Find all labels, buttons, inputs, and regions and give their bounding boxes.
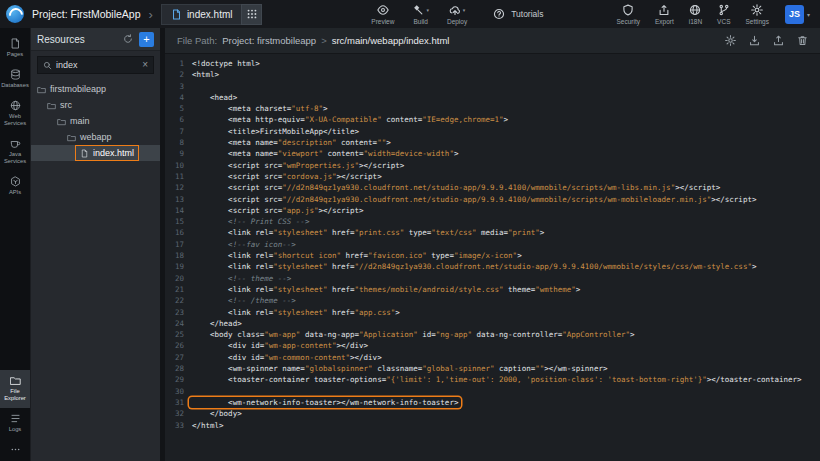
code-text: </body> [192,408,242,419]
code-line-21[interactable]: 21 <link rel="stylesheet" href="themes/m… [165,284,820,295]
code-line-9[interactable]: 9 <meta name="viewport" content="width=d… [165,148,820,159]
file-toolbar [725,35,808,46]
code-text: <meta name="viewport" content="width=dev… [192,148,458,159]
line-number: 25 [165,329,192,340]
folder-icon [10,375,21,386]
resources-title: Resources [37,34,117,45]
vcs-button[interactable]: VCS [717,4,730,25]
sidebar-item-more[interactable] [0,439,30,461]
page-icon [10,38,21,49]
cube-icon [10,176,21,187]
code-line-15[interactable]: 15 <!-- Print CSS --> [165,216,820,227]
code-text: <head> [192,92,237,103]
gear-icon [751,4,763,16]
tree-item-firstmobileapp[interactable]: firstmobileapp [31,81,160,97]
search-input[interactable] [56,60,138,70]
code-line-10[interactable]: 10 <script src="wmProperties.js"></scrip… [165,160,820,171]
code-line-2[interactable]: 2<html> [165,69,820,80]
code-text: <!-- theme --> [192,273,291,284]
code-line-16[interactable]: 16 <link rel="stylesheet" href="print.cs… [165,227,820,238]
trash-icon[interactable] [797,35,808,46]
security-button[interactable]: Security [616,4,639,25]
code-line-32[interactable]: 32 </body> [165,408,820,419]
line-number: 23 [165,307,192,318]
code-line-12[interactable]: 12 <script src="//d2n849qz1ya930.cloudfr… [165,182,820,193]
sidebar-item-web-services[interactable]: Web Services [0,95,30,133]
code-line-29[interactable]: 29 <toaster-container toaster-options="{… [165,374,820,385]
code-line-1[interactable]: 1<!doctype html> [165,58,820,69]
folder-icon [37,85,46,94]
gear-icon[interactable] [725,35,736,46]
deploy-button[interactable]: ▾ Deploy [447,4,467,25]
editor-area: File Path: Project: firstmobileapp > src… [165,28,820,461]
sidebar-item-pages[interactable]: Pages [0,33,30,64]
code-line-31[interactable]: 31 <wm-network-info-toaster></wm-network… [165,397,820,408]
code-line-19[interactable]: 19 <link rel="stylesheet" href="//d2n849… [165,261,820,272]
code-line-22[interactable]: 22 <!-- /theme --> [165,295,820,306]
code-text: <script src="//d2n849qz1ya930.cloudfront… [192,194,756,205]
line-number: 14 [165,205,192,216]
line-number: 2 [165,69,192,80]
code-text: <wm-network-info-toaster></wm-network-in… [189,397,461,408]
i18n-button[interactable]: i18N [689,4,702,25]
code-line-28[interactable]: 28 <wm-spinner name="globalspinner" clas… [165,363,820,374]
code-line-4[interactable]: 4 <head> [165,92,820,103]
code-editor[interactable]: 1<!doctype html>2<html>34 <head>5 <meta … [165,54,820,461]
line-number: 1 [165,58,192,69]
add-resource-button[interactable]: + [139,32,154,47]
sidebar-item-logs[interactable]: Logs [0,408,30,439]
code-line-20[interactable]: 20 <!-- theme --> [165,273,820,284]
user-avatar[interactable]: JS [785,5,804,24]
code-line-23[interactable]: 23 <link rel="stylesheet" href="app.css"… [165,307,820,318]
list-lines-icon [10,413,21,424]
code-line-25[interactable]: 25 <body class="wm-app" data-ng-app="App… [165,329,820,340]
grid-menu-button[interactable] [241,4,262,25]
code-line-6[interactable]: 6 <meta http-equiv="X-UA-Compatible" con… [165,114,820,125]
sidebar-item-apis[interactable]: APIs [0,171,30,202]
clear-search-icon[interactable]: × [142,60,148,70]
settings-button[interactable]: Settings [745,4,769,25]
build-button[interactable]: ▾ Build [412,4,429,25]
wavemaker-logo[interactable] [6,5,24,23]
tutorials-button[interactable]: Tutorials [493,8,543,20]
code-text: <html> [192,69,219,80]
tree-item-main[interactable]: main [31,113,160,129]
export-icon[interactable] [773,35,784,46]
code-line-13[interactable]: 13 <script src="//d2n849qz1ya930.cloudfr… [165,194,820,205]
line-number: 19 [165,261,192,272]
chevron-down-icon: ▾ [463,7,466,13]
tree-item-index.html[interactable]: index.html [31,145,160,161]
code-line-11[interactable]: 11 <script src="cordova.js"></script> [165,171,820,182]
folder-icon [57,117,66,126]
file-tab[interactable]: index.html [161,4,242,25]
code-line-27[interactable]: 27 <div id="wm-common-content"></div> [165,352,820,363]
preview-button[interactable]: Preview [371,4,394,25]
code-text: <div id="wm-app-content"></div> [192,340,368,351]
code-line-18[interactable]: 18 <link rel="shortcut icon" href="favic… [165,250,820,261]
refresh-icon[interactable] [123,34,133,44]
sidebar-item-databases[interactable]: Databases [0,64,30,95]
code-line-26[interactable]: 26 <div id="wm-app-content"></div> [165,340,820,351]
code-line-24[interactable]: 24 </head> [165,318,820,329]
export-button[interactable]: Export [655,4,674,25]
sidebar-item-file-explorer[interactable]: File Explorer [0,370,30,408]
cloud-upload-icon [449,4,461,16]
tree-item-label: src [60,100,72,110]
code-line-17[interactable]: 17 <!--fav icon--> [165,239,820,250]
code-line-5[interactable]: 5 <meta charset="utf-8"> [165,103,820,114]
topbar-tools: Security Export i18N [601,4,769,25]
code-line-14[interactable]: 14 <script src="app.js"></script> [165,205,820,216]
tree-item-webapp[interactable]: webapp [31,129,160,145]
code-line-7[interactable]: 7 <title>FirstMobileApp</title> [165,126,820,137]
download-icon[interactable] [749,35,760,46]
tree-item-src[interactable]: src [31,97,160,113]
sidebar-item-java-services[interactable]: Java Services [0,133,30,171]
code-line-30[interactable]: 30 [165,386,820,397]
resource-search: × [37,56,154,74]
line-number: 22 [165,295,192,306]
code-line-33[interactable]: 33</html> [165,420,820,431]
code-text: <!--fav icon--> [192,239,296,250]
code-line-3[interactable]: 3 [165,81,820,92]
code-line-8[interactable]: 8 <meta name="description" content=""> [165,137,820,148]
file-icon [80,149,89,158]
